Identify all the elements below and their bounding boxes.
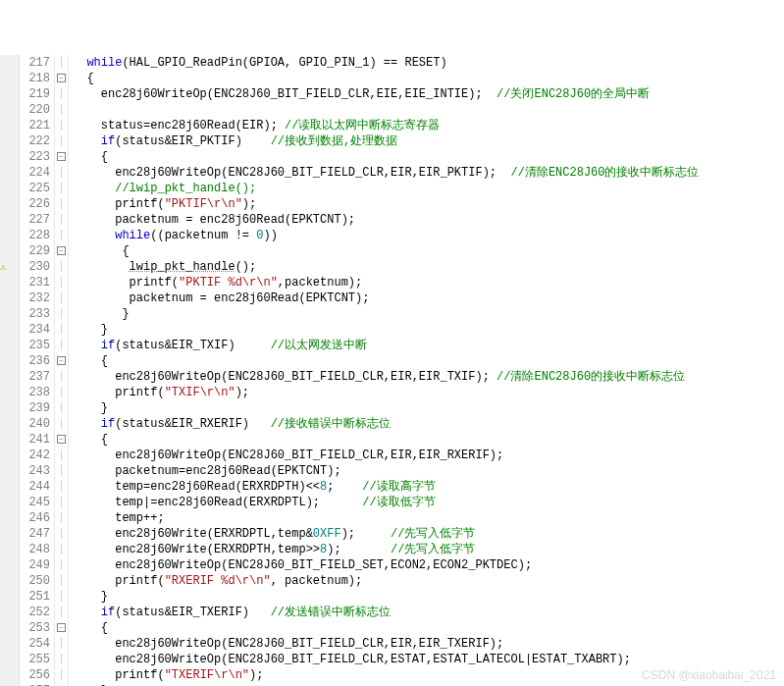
code-line[interactable]: enc28j60WriteOp(ENC28J60_BIT_FIELD_CLR,E…: [73, 652, 784, 667]
code-line[interactable]: printf("PKTIF %d\r\n",packetnum);: [73, 275, 784, 290]
line-number: 249: [20, 557, 50, 573]
code-line[interactable]: enc28j60WriteOp(ENC28J60_BIT_FIELD_CLR,E…: [73, 86, 784, 102]
code-line[interactable]: printf("TXERIF\r\n");: [73, 667, 784, 683]
line-number: 247: [20, 526, 50, 542]
code-line[interactable]: packetnum = enc28j60Read(EPKTCNT);: [73, 212, 784, 228]
line-number: 230: [20, 259, 50, 275]
code-line[interactable]: if(status&EIR_RXERIF) //接收错误中断标志位: [73, 416, 784, 432]
code-line[interactable]: enc28j60WriteOp(ENC28J60_BIT_FIELD_SET,E…: [73, 557, 784, 573]
line-number: 254: [20, 636, 50, 652]
code-line[interactable]: {: [73, 353, 784, 369]
fold-gutter[interactable]: │−││││−│││││−││││││−││││−│││││││││││−│││…: [55, 55, 69, 686]
code-line[interactable]: {: [73, 243, 784, 259]
line-number: 229: [20, 243, 50, 259]
code-line[interactable]: {: [73, 432, 784, 448]
fold-toggle[interactable]: −: [57, 246, 66, 255]
line-number: 255: [20, 652, 50, 667]
code-line[interactable]: }: [73, 322, 784, 338]
line-number: 236: [20, 353, 50, 369]
line-number: 234: [20, 322, 50, 338]
code-line[interactable]: printf("PKTIF\r\n");: [73, 196, 784, 212]
line-number: 227: [20, 212, 50, 228]
code-line[interactable]: if(status&EIR_TXERIF) //发送错误中断标志位: [73, 605, 784, 620]
line-number-gutter: 2172182192202212222232242252262272282292…: [20, 55, 55, 686]
code-line[interactable]: packetnum = enc28j60Read(EPKTCNT);: [73, 290, 784, 306]
code-line[interactable]: printf("TXIF\r\n");: [73, 385, 784, 400]
line-number: 252: [20, 605, 50, 620]
line-number: 225: [20, 181, 50, 196]
line-number: 228: [20, 228, 50, 243]
code-line[interactable]: packetnum=enc28j60Read(EPKTCNT);: [73, 463, 784, 479]
line-number: 238: [20, 385, 50, 400]
fold-toggle[interactable]: −: [57, 435, 66, 444]
line-number: 251: [20, 589, 50, 605]
code-line[interactable]: enc28j60WriteOp(ENC28J60_BIT_FIELD_CLR,E…: [73, 448, 784, 463]
line-number: 242: [20, 448, 50, 463]
code-line[interactable]: }: [73, 589, 784, 605]
line-number: 235: [20, 338, 50, 353]
code-line[interactable]: if(status&EIR_PKTIF) //接收到数据,处理数据: [73, 133, 784, 149]
code-line[interactable]: temp=enc28j60Read(ERXRDPTH)<<8; //读取高字节: [73, 479, 784, 495]
line-number: 217: [20, 55, 50, 71]
fold-toggle[interactable]: −: [57, 623, 66, 632]
code-line[interactable]: status=enc28j60Read(EIR); //读取以太网中断标志寄存器: [73, 118, 784, 133]
line-number: 231: [20, 275, 50, 290]
line-number: 221: [20, 118, 50, 133]
code-line[interactable]: enc28j60Write(ERXRDPTH,temp>>8); //先写入低字…: [73, 542, 784, 557]
line-number: 243: [20, 463, 50, 479]
line-number: 245: [20, 495, 50, 510]
code-line[interactable]: enc28j60Write(ERXRDPTL,temp&0XFF); //先写入…: [73, 526, 784, 542]
line-number: 256: [20, 667, 50, 683]
line-number: 223: [20, 149, 50, 165]
line-number: 218: [20, 71, 50, 86]
line-number: 237: [20, 369, 50, 385]
code-line[interactable]: printf("RXERIF %d\r\n", packetnum);: [73, 573, 784, 589]
code-line[interactable]: while(HAL_GPIO_ReadPin(GPIOA, GPIO_PIN_1…: [73, 55, 784, 71]
line-number: 226: [20, 196, 50, 212]
code-line[interactable]: {: [73, 149, 784, 165]
code-line[interactable]: }: [73, 400, 784, 416]
line-number: 246: [20, 510, 50, 526]
code-line[interactable]: //lwip_pkt_handle();: [73, 181, 784, 196]
code-area[interactable]: while(HAL_GPIO_ReadPin(GPIOA, GPIO_PIN_1…: [69, 55, 784, 686]
code-line[interactable]: while((packetnum != 0)): [73, 228, 784, 243]
code-line[interactable]: {: [73, 620, 784, 636]
code-line[interactable]: [73, 102, 784, 118]
line-number: 241: [20, 432, 50, 448]
line-number: 233: [20, 306, 50, 322]
line-number: 222: [20, 133, 50, 149]
line-number: 239: [20, 400, 50, 416]
code-line[interactable]: temp|=enc28j60Read(ERXRDPTL); //读取低字节: [73, 495, 784, 510]
line-number: 220: [20, 102, 50, 118]
line-number: 250: [20, 573, 50, 589]
fold-toggle[interactable]: −: [57, 356, 66, 365]
line-number: 224: [20, 165, 50, 181]
code-line[interactable]: if(status&EIR_TXIF) //以太网发送中断: [73, 338, 784, 353]
code-line[interactable]: enc28j60WriteOp(ENC28J60_BIT_FIELD_CLR,E…: [73, 636, 784, 652]
line-number: 240: [20, 416, 50, 432]
code-line[interactable]: lwip_pkt_handle();: [73, 259, 784, 275]
code-line[interactable]: enc28j60WriteOp(ENC28J60_BIT_FIELD_CLR,E…: [73, 369, 784, 385]
fold-toggle[interactable]: −: [57, 152, 66, 161]
line-number: 219: [20, 86, 50, 102]
line-number: 248: [20, 542, 50, 557]
warning-gutter: ⚠: [0, 55, 20, 686]
fold-toggle[interactable]: −: [57, 74, 66, 82]
code-editor[interactable]: ⚠ 21721821922022122222322422522622722822…: [0, 55, 784, 686]
line-number: 232: [20, 290, 50, 306]
line-number: 253: [20, 620, 50, 636]
code-line[interactable]: enc28j60WriteOp(ENC28J60_BIT_FIELD_CLR,E…: [73, 165, 784, 181]
line-number: 244: [20, 479, 50, 495]
code-line[interactable]: temp++;: [73, 510, 784, 526]
warning-icon: ⚠: [0, 262, 6, 273]
code-line[interactable]: {: [73, 71, 784, 86]
code-line[interactable]: }: [73, 306, 784, 322]
